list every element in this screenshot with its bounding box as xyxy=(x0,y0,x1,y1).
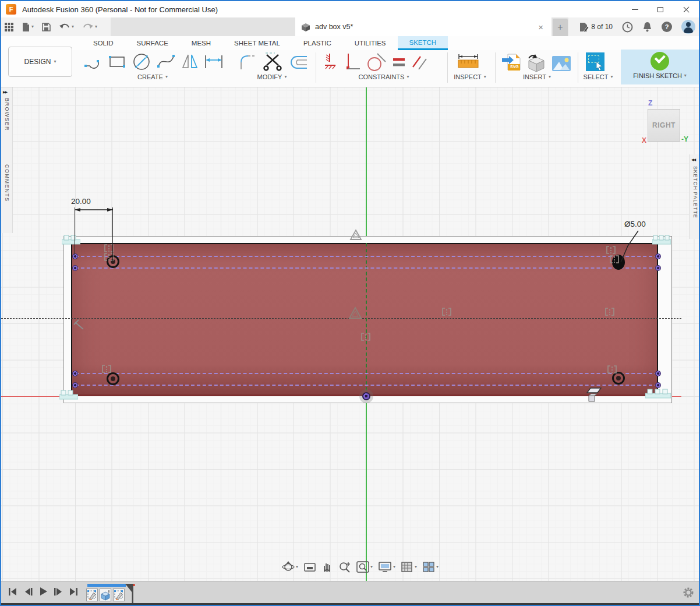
tab-surface[interactable]: SURFACE xyxy=(125,36,180,50)
width-dimension-label[interactable]: 20.00 xyxy=(71,197,91,206)
trim-tool-icon[interactable] xyxy=(263,52,283,72)
hole-circle-bottom-left[interactable] xyxy=(107,372,119,385)
symmetry-constraint-icon[interactable] xyxy=(607,365,617,374)
vertical-constraint-triangle-icon[interactable] xyxy=(348,306,362,319)
sketch-point[interactable] xyxy=(72,265,78,271)
browser-expand-icon[interactable]: ▶▶ xyxy=(3,90,7,94)
help-icon[interactable]: ? xyxy=(662,22,672,32)
user-avatar[interactable] xyxy=(681,20,695,34)
sketch-palette-tab[interactable]: SKETCH PALETTE xyxy=(692,166,698,219)
insert-canvas-icon[interactable] xyxy=(551,55,572,72)
horizontal-centerline[interactable] xyxy=(1,318,681,319)
spline-tool-icon[interactable] xyxy=(156,52,176,71)
dimension-leader-line[interactable] xyxy=(616,230,641,265)
display-settings-button[interactable]: ▾ xyxy=(378,561,395,573)
insert-mesh-icon[interactable] xyxy=(526,54,546,73)
sketch-point[interactable] xyxy=(72,382,78,388)
job-status-clock-icon[interactable] xyxy=(622,22,633,33)
step-back-button[interactable] xyxy=(23,587,33,596)
construction-line-bottom-1[interactable] xyxy=(75,373,658,374)
go-to-start-button[interactable] xyxy=(8,587,17,596)
construction-line-bottom-2[interactable] xyxy=(75,385,658,386)
select-group-menu[interactable]: SELECT▾ xyxy=(572,73,624,80)
sketch-origin-point[interactable] xyxy=(362,392,370,400)
viewcube[interactable]: RIGHT xyxy=(648,109,680,142)
create-group-menu[interactable]: CREATE▾ xyxy=(123,73,182,80)
mirror-tool-icon[interactable] xyxy=(181,52,199,71)
browser-panel-tab[interactable]: BROWSER xyxy=(4,98,10,131)
tab-mesh[interactable]: MESH xyxy=(180,36,222,50)
save-button[interactable] xyxy=(42,23,51,31)
hole-dimension-label[interactable]: Ø5.00 xyxy=(624,220,646,228)
timeline-sketch-feature[interactable] xyxy=(86,589,98,601)
grid-settings-button[interactable]: ▾ xyxy=(401,561,417,573)
tab-plastic[interactable]: PLASTIC xyxy=(292,36,343,50)
insert-svg-button[interactable]: SVG xyxy=(501,52,522,75)
parallel-constraint-icon[interactable] xyxy=(411,53,429,72)
measure-tool-icon[interactable] xyxy=(457,52,480,71)
comments-panel-tab[interactable]: COMMENTS xyxy=(4,164,10,202)
equal-constraint-icon[interactable] xyxy=(391,55,406,70)
circle-tool-icon[interactable] xyxy=(132,52,151,71)
play-button[interactable] xyxy=(38,587,48,596)
line-tool-icon[interactable] xyxy=(84,53,102,71)
redo-button[interactable]: ▾ xyxy=(82,23,97,31)
insert-group-menu[interactable]: INSERT▾ xyxy=(508,73,566,80)
workspace-selector[interactable]: DESIGN ▾ xyxy=(8,47,72,77)
fix-constraint-icon[interactable] xyxy=(323,52,339,72)
notifications-bell-icon[interactable] xyxy=(642,22,652,32)
zoom-button[interactable] xyxy=(338,561,351,573)
midpoint-constraint-icon[interactable] xyxy=(73,319,85,331)
step-forward-button[interactable] xyxy=(54,587,63,596)
dimension-arrow-line[interactable] xyxy=(72,206,115,213)
tab-sketch[interactable]: SKETCH xyxy=(398,36,448,50)
tab-sheet-metal[interactable]: SHEET METAL xyxy=(222,36,292,50)
palette-collapse-icon[interactable]: ◀◀ xyxy=(691,157,695,161)
offset-tool-icon[interactable] xyxy=(288,54,309,71)
rectangle-tool-icon[interactable] xyxy=(107,53,127,71)
minimize-button[interactable] xyxy=(622,1,648,17)
maximize-button[interactable] xyxy=(648,1,673,17)
go-to-end-button[interactable] xyxy=(69,587,78,596)
dimension-tool-icon[interactable] xyxy=(204,53,224,71)
symmetry-constraint-icon[interactable] xyxy=(606,245,616,255)
construction-line-top-2[interactable] xyxy=(75,267,658,269)
app-grid-button[interactable] xyxy=(5,23,13,31)
symmetry-constraint-icon[interactable] xyxy=(441,307,452,316)
finish-sketch-button[interactable]: FINISH SKETCH▾ xyxy=(621,50,699,84)
fillet-tool-icon[interactable] xyxy=(239,53,259,72)
inspect-group-menu[interactable]: INSPECT▾ xyxy=(441,73,499,80)
fit-button[interactable]: ▾ xyxy=(356,561,373,573)
undo-button[interactable]: ▾ xyxy=(59,23,74,31)
sketch-point[interactable] xyxy=(655,382,661,388)
viewports-button[interactable]: ▾ xyxy=(422,561,439,573)
new-tab-button[interactable]: + xyxy=(553,19,568,36)
orbit-button[interactable]: ▾ xyxy=(282,561,298,573)
timeline-sketch-feature-active[interactable] xyxy=(113,589,125,601)
corner-selection-handle[interactable] xyxy=(62,234,80,245)
file-menu-button[interactable]: ▾ xyxy=(22,22,34,32)
on-plane-constraint-icon[interactable] xyxy=(585,386,602,404)
constraints-group-menu[interactable]: CONSTRAINTS▾ xyxy=(346,73,422,80)
construction-line-top-1[interactable] xyxy=(75,256,658,257)
tab-solid[interactable]: SOLID xyxy=(82,36,125,50)
tangent-constraint-icon[interactable] xyxy=(366,52,387,72)
document-tab[interactable]: adv box v5* × xyxy=(295,17,551,36)
close-button[interactable] xyxy=(673,1,699,17)
sketch-point[interactable] xyxy=(655,371,661,376)
perpendicular-constraint-icon[interactable] xyxy=(344,52,361,72)
symmetry-constraint-icon[interactable] xyxy=(604,307,615,316)
vertical-constraint-triangle-icon[interactable] xyxy=(349,229,362,241)
save-version-indicator[interactable]: 8 of 10 xyxy=(579,22,613,32)
sketch-point[interactable] xyxy=(655,253,661,259)
sketch-point[interactable] xyxy=(72,253,78,259)
model-canvas[interactable]: ▶▶ BROWSER COMMENTS ◀◀ SKETCH PALETTE RI… xyxy=(1,87,700,581)
sketch-point[interactable] xyxy=(72,371,78,376)
corner-selection-handle[interactable] xyxy=(59,389,78,400)
tab-close-button[interactable]: × xyxy=(536,22,546,32)
symmetry-constraint-icon[interactable] xyxy=(101,364,112,374)
timeline-playhead-marker[interactable] xyxy=(125,584,135,605)
pan-button[interactable] xyxy=(321,561,333,573)
timeline-settings-gear-icon[interactable] xyxy=(683,587,694,598)
sketch-point[interactable] xyxy=(655,265,661,271)
